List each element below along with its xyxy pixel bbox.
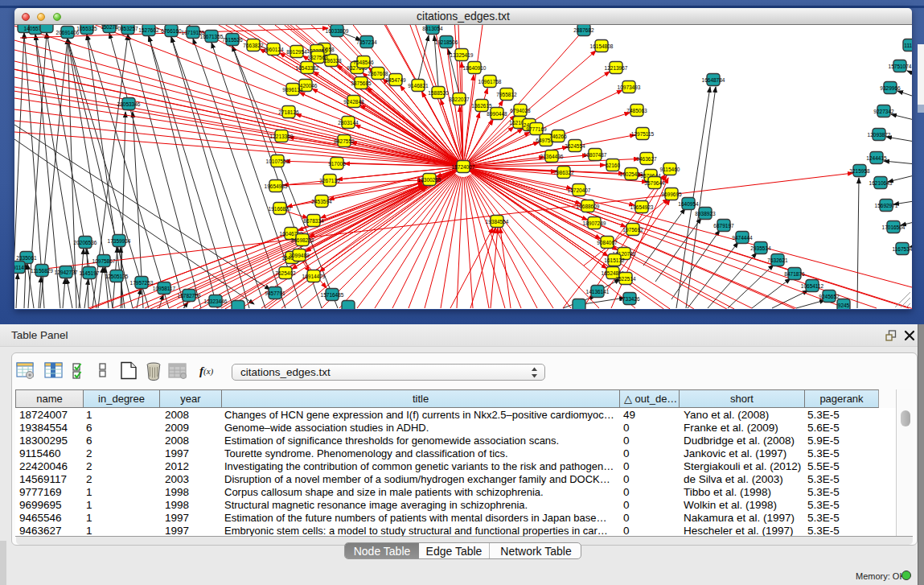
svg-text:10688609: 10688609 [577, 204, 600, 209]
svg-text:16210643: 16210643 [869, 180, 893, 186]
svg-text:6766160: 6766160 [161, 28, 182, 34]
svg-text:2335061: 2335061 [16, 255, 37, 261]
svg-text:917006: 917006 [328, 161, 346, 167]
svg-text:3827563: 3827563 [307, 55, 328, 60]
svg-text:746266: 746266 [549, 134, 567, 139]
svg-text:10807487: 10807487 [584, 152, 607, 158]
svg-text:2867608: 2867608 [368, 71, 388, 76]
svg-text:8678334: 8678334 [303, 218, 324, 224]
svg-text:0853257: 0853257 [117, 26, 138, 31]
svg-text:8322037: 8322037 [449, 97, 470, 102]
svg-text:16671355: 16671355 [200, 34, 224, 39]
svg-text:16033809: 16033809 [326, 28, 349, 34]
svg-text:21364436: 21364436 [540, 154, 564, 159]
svg-text:9329966: 9329966 [880, 85, 901, 91]
svg-text:1733426: 1733426 [619, 296, 640, 302]
svg-text:7625402: 7625402 [275, 270, 296, 276]
svg-text:10961758: 10961758 [478, 79, 502, 84]
svg-text:7986322: 7986322 [553, 170, 574, 175]
svg-text:15692971: 15692971 [875, 203, 898, 208]
svg-text:1244415: 1244415 [866, 155, 887, 161]
svg-text:17016504: 17016504 [882, 225, 906, 230]
svg-text:34698222: 34698222 [291, 237, 314, 243]
svg-text:3960124: 3960124 [263, 47, 284, 52]
svg-text:2718126: 2718126 [278, 109, 299, 115]
svg-text:9115460: 9115460 [660, 167, 680, 172]
svg-text:2803144: 2803144 [338, 120, 359, 126]
svg-text:28053346: 28053346 [117, 101, 141, 107]
svg-text:12093872: 12093872 [868, 132, 891, 138]
svg-text:13325419: 13325419 [450, 52, 474, 58]
svg-text:18300295: 18300295 [418, 177, 441, 183]
svg-text:7357234: 7357234 [356, 39, 377, 45]
svg-text:8990448: 8990448 [487, 111, 507, 117]
svg-text:3099489: 3099489 [289, 253, 310, 258]
svg-text:3579644: 3579644 [644, 180, 665, 186]
svg-text:10654112: 10654112 [801, 283, 824, 289]
svg-text:8912954: 8912954 [286, 49, 307, 55]
svg-text:19218506: 19218506 [435, 39, 458, 45]
svg-text:9474444: 9474444 [732, 235, 753, 241]
svg-text:7548546: 7548546 [353, 60, 374, 65]
svg-text:9227342: 9227342 [873, 109, 894, 114]
svg-text:20206536: 20206536 [74, 240, 97, 245]
svg-text:9245: 9245 [838, 303, 850, 308]
svg-text:9146821: 9146821 [408, 83, 429, 89]
svg-text:1640954: 1640954 [678, 201, 699, 207]
svg-text:14136141: 14136141 [586, 289, 610, 295]
svg-text:12213369: 12213369 [270, 134, 294, 139]
svg-text:7485063: 7485063 [626, 108, 647, 113]
svg-text:9457791: 9457791 [265, 290, 285, 296]
svg-text:16154808: 16154808 [590, 43, 614, 49]
svg-text:150278: 150278 [101, 25, 118, 30]
svg-text:(x): (x) [203, 366, 214, 377]
svg-text:3875685: 3875685 [351, 80, 372, 86]
svg-text:9699695: 9699695 [661, 192, 682, 197]
svg-text:19384554: 19384554 [486, 219, 509, 225]
svg-text:9777169: 9777169 [526, 126, 547, 132]
svg-text:10973493: 10973493 [618, 84, 641, 90]
svg-text:10958117: 10958117 [153, 286, 176, 291]
svg-text:15751074: 15751074 [889, 64, 912, 69]
svg-text:1975692: 1975692 [622, 227, 643, 233]
svg-text:6879197: 6879197 [713, 223, 734, 229]
svg-text:2522514: 2522514 [615, 276, 636, 282]
svg-text:1527602: 1527602 [138, 27, 159, 33]
svg-text:8471876: 8471876 [784, 271, 805, 277]
svg-text:8938923: 8938923 [695, 211, 716, 216]
svg-text:19166827: 19166827 [269, 206, 292, 212]
svg-text:9463627: 9463627 [636, 156, 657, 162]
svg-text:1167534: 1167534 [893, 246, 912, 252]
svg-text:10975867: 10975867 [92, 258, 116, 264]
svg-text:9242848: 9242848 [343, 99, 364, 105]
svg-text:17957253: 17957253 [130, 280, 154, 286]
svg-text:18724007: 18724007 [452, 164, 475, 170]
svg-text:7632621: 7632621 [767, 257, 788, 263]
svg-text:7663822: 7663822 [243, 43, 264, 48]
svg-text:1055325: 1055325 [76, 26, 97, 31]
svg-text:391141: 391141 [14, 265, 27, 270]
svg-text:18907249: 18907249 [583, 220, 606, 226]
svg-text:9245652: 9245652 [819, 294, 840, 299]
svg-text:9896134: 9896134 [282, 87, 303, 93]
svg-text:17359934: 17359934 [108, 238, 131, 244]
svg-text:1615132: 1615132 [604, 257, 625, 263]
svg-text:1117: 1117 [904, 43, 912, 48]
svg-text:16543382: 16543382 [296, 65, 319, 71]
svg-text:1588520: 1588520 [428, 90, 449, 96]
svg-text:8427552: 8427552 [334, 138, 355, 144]
svg-text:3624554: 3624554 [565, 143, 585, 149]
svg-text:1145197: 1145197 [80, 270, 100, 276]
svg-text:15720407: 15720407 [568, 187, 591, 193]
svg-text:3267130: 3267130 [319, 178, 340, 183]
svg-text:7955812: 7955812 [496, 92, 517, 97]
svg-text:12942737: 12942737 [55, 270, 78, 275]
svg-text:9084067: 9084067 [597, 240, 618, 245]
svg-text:12323446: 12323446 [204, 299, 228, 304]
svg-text:12975115: 12975115 [631, 131, 655, 137]
svg-text:7515526: 7515526 [222, 37, 243, 43]
svg-text:18640910: 18640910 [463, 65, 487, 71]
svg-text:8454749: 8454749 [385, 77, 406, 83]
svg-text:62160: 62160 [606, 163, 620, 168]
svg-text:10107553: 10107553 [266, 159, 290, 164]
